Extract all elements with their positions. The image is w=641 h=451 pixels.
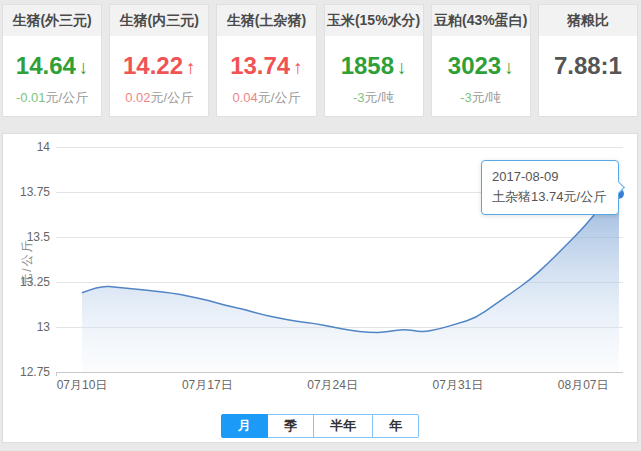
svg-text:元/公斤: 元/公斤 [20,238,34,285]
trend-down-icon: ↓ [79,57,89,78]
pig-price-dashboard: 生猪(外三元) 14.64↓ -0.01元/公斤 生猪(内三元) 14.22↑ … [0,0,641,451]
change-unit: 元/吨 [472,90,502,105]
card-title: 猪粮比 [539,5,637,36]
tab-year[interactable]: 年 [373,414,419,438]
svg-text:07月24日: 07月24日 [307,378,358,392]
trend-up-icon: ↑ [293,57,303,78]
card-title: 豆粕(43%蛋白) [432,5,530,36]
svg-text:12.75: 12.75 [20,365,50,379]
svg-text:14: 14 [37,140,51,154]
change-unit: 元/公斤 [258,90,301,105]
card-value: 3023↓ [432,52,530,80]
card-change: 0.02元/公斤 [110,89,208,107]
change-unit: 元/吨 [365,90,395,105]
price-card-row: 生猪(外三元) 14.64↓ -0.01元/公斤 生猪(内三元) 14.22↑ … [2,4,638,117]
tooltip-date: 2017-08-09 [492,167,606,187]
change-unit: 元/公斤 [151,90,194,105]
trend-up-icon: ↑ [186,57,196,78]
price-value: 7.88:1 [554,52,622,79]
trend-down-icon: ↓ [397,57,407,78]
card-pig-grain-ratio: 猪粮比 7.88:1 [538,4,638,117]
svg-text:13: 13 [37,320,51,334]
card-change: -3元/吨 [325,89,423,107]
change-value: 0.04 [232,90,257,105]
price-value: 14.64 [16,52,76,79]
trend-down-icon: ↓ [504,57,514,78]
card-pig-mixed: 生猪(土杂猪) 13.74↑ 0.04元/公斤 [216,4,316,117]
svg-text:07月10日: 07月10日 [57,378,108,392]
change-value: -3 [353,90,365,105]
card-pig-inner-three: 生猪(内三元) 14.22↑ 0.02元/公斤 [109,4,209,117]
card-change: -3元/吨 [432,89,530,107]
tab-quarter[interactable]: 季 [268,414,314,438]
card-value: 13.74↑ [217,52,315,80]
tab-half-year[interactable]: 半年 [314,414,373,438]
price-value: 3023 [448,52,501,79]
card-pig-outer-three: 生猪(外三元) 14.64↓ -0.01元/公斤 [2,4,102,117]
card-value: 1858↓ [325,52,423,80]
price-value: 14.22 [123,52,183,79]
chart-tooltip: 2017-08-09 土杂猪13.74元/公斤 [481,160,619,215]
card-title: 生猪(土杂猪) [217,5,315,36]
card-value: 7.88:1 [539,52,637,80]
price-value: 13.74 [230,52,290,79]
card-value: 14.64↓ [3,52,101,80]
svg-text:07月17日: 07月17日 [182,378,233,392]
change-value: 0.02 [125,90,150,105]
change-value: -0.01 [16,90,46,105]
svg-text:07月31日: 07月31日 [433,378,484,392]
tooltip-value: 土杂猪13.74元/公斤 [492,187,606,207]
period-tab-group: 月 季 半年 年 [221,414,419,438]
card-value: 14.22↑ [110,52,208,80]
price-value: 1858 [341,52,394,79]
svg-text:08月07日: 08月07日 [558,378,609,392]
card-soybean-meal: 豆粕(43%蛋白) 3023↓ -3元/吨 [431,4,531,117]
card-change: -0.01元/公斤 [3,89,101,107]
card-corn: 玉米(15%水分) 1858↓ -3元/吨 [324,4,424,117]
card-change: 0.04元/公斤 [217,89,315,107]
svg-text:13.75: 13.75 [20,185,50,199]
change-unit: 元/公斤 [46,90,89,105]
change-value: -3 [460,90,472,105]
card-title: 玉米(15%水分) [325,5,423,36]
tab-month[interactable]: 月 [221,414,268,438]
price-trend-chart-panel: 12.751313.2513.513.751407月10日07月17日07月24… [2,133,638,443]
card-title: 生猪(外三元) [3,5,101,36]
card-title: 生猪(内三元) [110,5,208,36]
